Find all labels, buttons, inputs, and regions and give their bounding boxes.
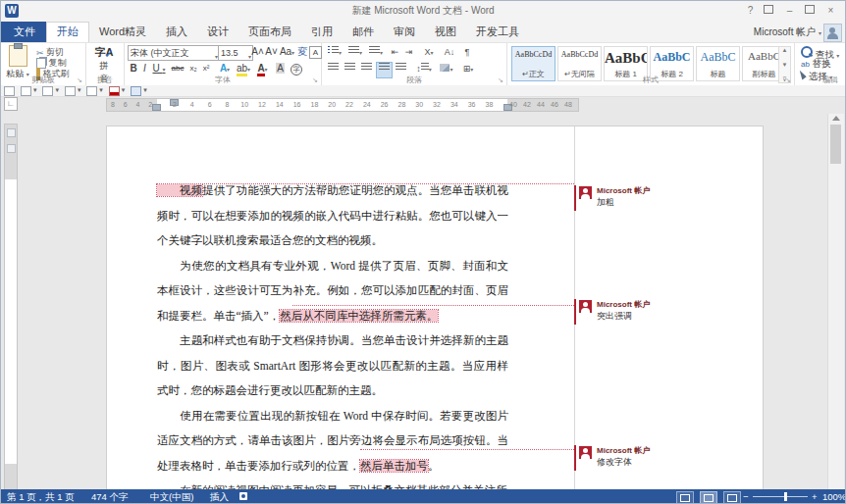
font-name-combo[interactable]: 宋体 (中文正文▾ (128, 45, 220, 61)
ruler-number: 32 (433, 101, 441, 108)
restore-icon[interactable] (801, 3, 818, 18)
shrink-font-button[interactable]: A˅ (265, 45, 278, 59)
insert-mode[interactable]: 插入 (210, 489, 229, 504)
asian-layout-button[interactable]: X▾ (420, 45, 438, 60)
page-indicator[interactable]: 第 1 页，共 1 页 (7, 489, 75, 504)
scroll-up-icon[interactable] (832, 116, 840, 121)
show-hide-marks-button[interactable]: ¶ (461, 45, 473, 60)
decrease-indent-button[interactable]: ⇤ (389, 45, 401, 60)
close-icon[interactable]: × (822, 3, 839, 18)
text-effects-button[interactable]: A▾ (218, 62, 232, 76)
font-color-button[interactable]: A▾ (254, 62, 271, 76)
superscript-button[interactable]: x² (200, 62, 212, 76)
zoom-slider[interactable] (753, 496, 808, 497)
group-pinyin: 字A✓ 拼音 拼音 (86, 43, 125, 86)
bullets-button[interactable]: ▾ (326, 45, 344, 60)
character-border-button[interactable]: A (309, 46, 322, 59)
vertical-ruler[interactable] (4, 124, 18, 491)
tab-selector[interactable]: ∟ (4, 97, 18, 111)
bullet-list-icon (328, 46, 339, 55)
subscript-button[interactable]: x₂ (187, 62, 199, 76)
zoom-in-button[interactable]: + (812, 489, 818, 504)
font-color-icon[interactable]: ▾ (109, 86, 125, 95)
insert-table-icon[interactable]: ▾ (21, 86, 36, 95)
paragraph[interactable]: 为使您的文档具有专业外观，Word 提供了页眉、页脚、封面和文本框设计，这些设计… (157, 254, 508, 329)
grow-font-button[interactable]: A˄ (251, 45, 264, 59)
tab-file[interactable]: 文件 (1, 22, 48, 42)
font-dialog-launcher-icon[interactable]: ↘ (311, 76, 319, 84)
ruler-number: 34 (450, 101, 458, 108)
group-paragraph: ▾ ▾ ▾ ⇤ ⇥ X▾ A↓ ¶ ↕▾ ▾ ⊞▾ 段落 ↘ (322, 43, 507, 86)
ruler-number: 42 (523, 101, 531, 108)
tracked-change-highlight: 然后单击加号 (360, 460, 428, 472)
zoom-level[interactable]: 100% (822, 489, 846, 504)
document-page[interactable]: 视频提供了功能强大的方法帮助您证明您的观点。当您单击联机视频时，可以在想要添加的… (106, 126, 764, 491)
tab-引用[interactable]: 引用 (301, 22, 343, 41)
increase-indent-button[interactable]: ⇥ (402, 45, 415, 60)
zoom-slider-thumb[interactable] (784, 492, 787, 501)
tab-页面布局[interactable]: 页面布局 (238, 22, 301, 41)
underline-button[interactable]: U ▾ (151, 62, 167, 76)
bold-button[interactable]: B (129, 62, 138, 76)
ruler-number: 48 (564, 101, 572, 108)
ribbon-tab-row: 文件 开始Word精灵插入设计页面布局引用邮件审阅视图开发工具 Microsof… (1, 22, 845, 42)
paragraph[interactable]: 视频提供了功能强大的方法帮助您证明您的观点。当您单击联机视频时，可以在想要添加的… (157, 178, 508, 254)
shapes-icon[interactable]: ▾ (42, 86, 58, 95)
font-size-combo[interactable]: 13.5▾ (218, 45, 253, 61)
ruler-number: 26 (381, 101, 389, 108)
switch-windows-icon[interactable] (4, 86, 15, 95)
character-shading-button[interactable]: A (274, 62, 287, 76)
tab-开始[interactable]: 开始 (46, 22, 89, 42)
tab-插入[interactable]: 插入 (156, 22, 197, 41)
ruler-row: ∟ 86422468101214161820222426283032343638… (1, 96, 845, 113)
ruler-number: 6 (124, 101, 128, 108)
language-indicator[interactable]: 中文(中国) (150, 489, 193, 504)
text-highlight-button[interactable]: ab▾ (235, 62, 252, 76)
vertical-scrollbar[interactable] (827, 114, 844, 489)
enclose-characters-button[interactable]: 字 (290, 62, 303, 76)
tab-审阅[interactable]: 审阅 (384, 22, 425, 41)
multilevel-list-icon (369, 46, 380, 55)
minimize-icon[interactable]: – (781, 3, 798, 18)
zoom-out-button[interactable]: − (743, 489, 749, 504)
numbering-button[interactable]: ▾ (346, 45, 364, 60)
paragraph[interactable]: 使用在需要位置出现的新按钮在 Word 中保存时间。若要更改图片适应文档的方式，… (157, 404, 508, 479)
clipboard-dialog-launcher-icon[interactable]: ↘ (76, 76, 83, 84)
paragraph-dialog-launcher-icon[interactable]: ↘ (497, 76, 504, 84)
tab-视图[interactable]: 视图 (425, 22, 466, 41)
web-layout-icon[interactable] (723, 491, 741, 504)
horizontal-ruler[interactable]: 8642246810121416182022242628303234363840… (106, 98, 579, 112)
phonetic-guide-button[interactable]: 変 (297, 45, 308, 59)
account-menu[interactable]: Microsoft 帐户 ▾ (754, 25, 821, 39)
help-icon[interactable]: ? (742, 3, 759, 18)
tab-Word精灵[interactable]: Word精灵 (89, 22, 156, 41)
multilevel-list-button[interactable]: ▾ (367, 45, 385, 60)
ruler-number: 40 (509, 101, 517, 108)
change-case-button[interactable]: Aa▾ (279, 45, 295, 59)
avatar[interactable] (823, 24, 842, 42)
tab-设计[interactable]: 设计 (197, 22, 238, 41)
styles-dialog-launcher-icon[interactable]: ↘ (784, 76, 792, 84)
ruler-number: 16 (293, 101, 301, 108)
tab-邮件[interactable]: 邮件 (343, 22, 384, 41)
ruler-number: 4 (135, 101, 139, 108)
strikethrough-button[interactable]: abc (169, 62, 186, 76)
ribbon-display-options-icon[interactable] (760, 3, 776, 18)
tab-开发工具[interactable]: 开发工具 (466, 22, 529, 41)
paragraph[interactable]: 主题和样式也有助于文档保持协调。当您单击设计并选择新的主题时，图片、图表或 Sm… (157, 328, 508, 404)
word-count[interactable]: 474 个字 (91, 489, 129, 504)
document-text[interactable]: 视频提供了功能强大的方法帮助您证明您的观点。当您单击联机视频时，可以在想要添加的… (157, 178, 508, 491)
scrollbar-thumb[interactable] (830, 125, 841, 164)
sort-button[interactable]: A↓ (442, 45, 457, 60)
read-mode-icon[interactable] (676, 491, 694, 504)
numbering-doc-icon[interactable]: ▾ (65, 86, 80, 95)
ribbon-tabs: 开始Word精灵插入设计页面布局引用邮件审阅视图开发工具 (46, 22, 529, 42)
print-layout-icon[interactable] (700, 491, 717, 504)
image-icon[interactable]: ▾ (86, 86, 102, 95)
comment-author: Microsoft 帐户 (597, 445, 650, 456)
numbered-list-icon (348, 46, 359, 55)
macro-record-icon[interactable] (239, 489, 247, 504)
table-style-icon[interactable]: ▾ (131, 86, 146, 95)
italic-button[interactable]: I (140, 62, 149, 76)
left-indent-marker[interactable] (152, 104, 161, 111)
